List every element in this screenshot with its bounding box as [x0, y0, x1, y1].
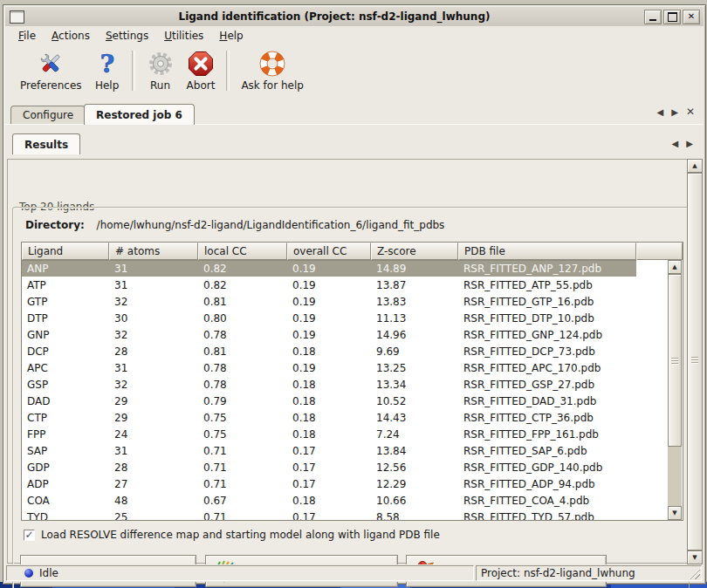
tab-results[interactable]: Results [12, 133, 80, 154]
column-header[interactable]: overall CC [287, 243, 371, 260]
column-header[interactable]: # atoms [109, 243, 198, 260]
panel-scrollbar-thumb[interactable] [687, 173, 703, 550]
table-row[interactable]: GTP320.810.1913.83RSR_FITTED_GTP_16.pdb [22, 293, 636, 310]
menu-settings[interactable]: Settings [98, 28, 156, 44]
table-row[interactable]: GSP320.780.1813.34RSR_FITTED_GSP_27.pdb [22, 376, 636, 393]
tab-scroll-left-icon[interactable]: ◀ [657, 107, 664, 117]
tab-restored-job-6[interactable]: Restored job 6 [84, 104, 195, 125]
menu-actions[interactable]: Actions [44, 28, 98, 44]
table-cell: 12.29 [371, 478, 458, 490]
column-header[interactable]: Ligand [22, 243, 109, 260]
table-row[interactable]: CTP290.750.1814.43RSR_FITTED_CTP_36.pdb [22, 409, 636, 426]
table-cell: 10.52 [371, 395, 458, 407]
minimize-button[interactable] [644, 10, 662, 24]
table-cell: 0.19 [287, 263, 371, 275]
table-cell: GTP [22, 296, 109, 308]
panel-scrollbar[interactable]: ▲ ▼ [687, 159, 703, 564]
scroll-down-icon[interactable]: ▼ [668, 506, 682, 520]
table-cell: 0.18 [287, 395, 371, 407]
table-cell: DTP [22, 312, 109, 325]
table-row[interactable]: APC310.780.1913.25RSR_FITTED_APC_170.pdb [22, 359, 636, 376]
question-icon: ? [94, 49, 120, 79]
table-cell: 0.19 [287, 312, 371, 325]
close-button[interactable]: ✕ [683, 10, 700, 24]
tools-icon [37, 49, 65, 79]
results-tab-bar: Results ◀ ▶ [9, 130, 700, 154]
scroll-up-icon[interactable]: ▲ [668, 260, 682, 274]
table-cell: FPP [22, 428, 109, 441]
menu-file[interactable]: File [10, 28, 44, 44]
toolbar-separator [226, 51, 230, 91]
table-scrollbar[interactable]: ▲ ▼ [668, 260, 682, 520]
table-row[interactable]: DTP300.800.1911.13RSR_FITTED_DTP_10.pdb [22, 310, 636, 326]
scroll-up-icon[interactable]: ▲ [687, 159, 703, 173]
table-cell: RSR_FITTED_DCP_73.pdb [458, 345, 636, 358]
table-cell: 28 [109, 462, 198, 474]
job-tab-bar: Configure Restored job 6 ◀ ▶ ✕ [5, 99, 704, 125]
status-message-panel: Idle [6, 565, 474, 581]
column-header[interactable]: Z-score [371, 243, 458, 260]
table-row[interactable]: ADP270.710.1712.29RSR_FITTED_ADP_94.pdb [22, 475, 636, 492]
tab-scroll-right-icon[interactable]: ▶ [671, 107, 678, 117]
table-cell: RSR_FITTED_GSP_27.pdb [458, 379, 636, 391]
table-row[interactable]: GDP280.710.1712.56RSR_FITTED_GDP_140.pdb [22, 459, 636, 475]
lifebuoy-icon [258, 49, 286, 79]
table-cell: 9.69 [371, 345, 458, 358]
maximize-button[interactable] [663, 10, 681, 24]
table-cell: RSR_FITTED_CTP_36.pdb [458, 412, 636, 424]
tab-scroll-right-icon[interactable]: ▶ [686, 139, 693, 148]
table-row[interactable]: SAP310.710.1713.84RSR_FITTED_SAP_6.pdb [22, 442, 636, 459]
table-cell: 27 [109, 478, 198, 490]
table-row[interactable]: FPP240.750.187.24RSR_FITTED_FPP_161.pdb [22, 426, 636, 442]
table-row[interactable]: GNP320.780.1914.96RSR_FITTED_GNP_124.pdb [22, 326, 636, 343]
table-cell: 29 [109, 412, 198, 424]
preferences-button[interactable]: Preferences [14, 49, 88, 92]
resize-grip[interactable] [689, 568, 700, 579]
title-bar[interactable]: Ligand identification (Project: nsf-d2-l… [5, 7, 704, 27]
table-cell: 28 [109, 345, 198, 358]
load-map-option[interactable]: ✓ Load RESOLVE difference map and starti… [24, 529, 440, 541]
table-row[interactable]: TYD250.710.178.58RSR_FITTED_TYD_57.pdb [22, 509, 636, 520]
table-cell: 31 [109, 263, 198, 275]
maximize-icon [668, 12, 677, 22]
table-cell: DAD [22, 395, 109, 407]
table-row[interactable]: DAD290.790.1810.52RSR_FITTED_DAD_31.pdb [22, 393, 636, 409]
table-cell: 0.75 [198, 412, 287, 424]
ask-for-help-button[interactable]: Ask for help [235, 49, 309, 92]
table-cell: DCP [22, 345, 109, 358]
table-cell: 14.96 [371, 329, 458, 341]
table-cell: 0.82 [198, 279, 287, 291]
directory-path: /home/lwhung/nsf-d2-ligand/LigandIdentif… [97, 219, 445, 231]
table-scrollbar-thumb[interactable] [668, 274, 682, 447]
tab-close-icon[interactable]: ✕ [686, 106, 695, 118]
table-row[interactable]: DCP280.810.189.69RSR_FITTED_DCP_73.pdb [22, 343, 636, 359]
table-cell: 0.81 [198, 345, 287, 358]
results-page: Top 20 ligands Directory: /home/lwhung/n… [7, 159, 687, 564]
table-cell: ATP [22, 279, 109, 291]
scroll-down-icon[interactable]: ▼ [687, 550, 703, 564]
table-cell: 0.19 [287, 279, 371, 291]
column-header[interactable]: local CC [198, 243, 287, 260]
table-cell: 0.71 [198, 462, 287, 474]
menu-utilities[interactable]: Utilities [156, 28, 211, 44]
tab-configure[interactable]: Configure [10, 106, 86, 125]
menu-help[interactable]: Help [211, 28, 251, 44]
table-cell: 0.19 [287, 329, 371, 341]
run-button[interactable]: Run [141, 49, 181, 92]
tab-scroll-left-icon[interactable]: ◀ [672, 139, 679, 148]
help-button[interactable]: ? Help [88, 49, 127, 92]
table-cell: 30 [109, 312, 198, 325]
column-header[interactable]: PDB file [458, 243, 636, 260]
status-text: Idle [39, 567, 58, 579]
table-cell: 13.83 [371, 296, 458, 308]
table-row[interactable]: COA480.670.1810.66RSR_FITTED_COA_4.pdb [22, 492, 636, 509]
table-row[interactable]: ANP310.820.1914.89RSR_FITTED_ANP_127.pdb [22, 260, 636, 277]
load-map-checkbox[interactable]: ✓ [24, 530, 35, 541]
table-cell: 0.78 [198, 362, 287, 374]
table-row[interactable]: ATP310.820.1913.87RSR_FITTED_ATP_55.pdb [22, 277, 636, 293]
table-cell: 24 [109, 428, 198, 441]
close-icon: ✕ [688, 12, 695, 21]
table-cell: 0.75 [198, 428, 287, 441]
abort-button[interactable]: Abort [181, 49, 222, 92]
table-cell: 8.58 [371, 511, 458, 521]
